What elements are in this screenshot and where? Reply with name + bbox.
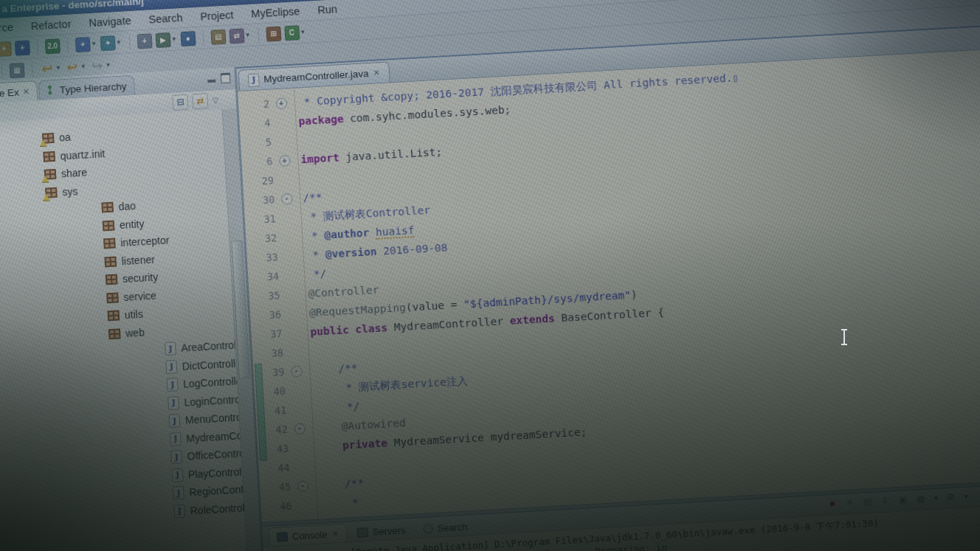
java-file-icon: J bbox=[170, 450, 182, 464]
web20-globe-icon: 2.0 bbox=[45, 38, 61, 54]
line-number: 37 bbox=[251, 328, 283, 341]
toolbar-button-web-browser-icon[interactable]: ● bbox=[180, 31, 196, 46]
toolbar-separator bbox=[128, 35, 130, 49]
fold-column: + bbox=[272, 154, 297, 167]
menu-item-refactor[interactable]: Refactor bbox=[21, 16, 80, 34]
line-number: 29 bbox=[243, 174, 275, 187]
new-java-project-icon: + bbox=[0, 41, 12, 57]
new-report-icon: ✦ bbox=[100, 35, 116, 51]
menu-item-run[interactable]: Run bbox=[308, 1, 347, 18]
line-number: 35 bbox=[249, 289, 280, 302]
fold-collapsed-icon[interactable]: + bbox=[275, 97, 287, 109]
link-icon: ⇄ bbox=[229, 28, 244, 44]
console-tab-servers[interactable]: Servers bbox=[349, 521, 413, 542]
toolbar-button-new-package-icon[interactable]: ⊞ bbox=[266, 26, 281, 41]
minimize-icon[interactable] bbox=[207, 80, 215, 83]
fold-expanded-icon[interactable]: - bbox=[291, 365, 303, 377]
export-icon: ▦ bbox=[10, 63, 25, 78]
toolbar-button-new-ejb-project-icon[interactable]: + bbox=[15, 40, 30, 55]
package-icon bbox=[101, 202, 114, 213]
fold-column bbox=[278, 255, 302, 257]
menu-item-project[interactable]: Project bbox=[191, 7, 243, 24]
toolbar-button-paste-icon[interactable]: ▤ bbox=[210, 29, 226, 44]
package-icon bbox=[43, 151, 55, 162]
fold-collapsed-icon[interactable]: + bbox=[279, 155, 291, 167]
close-icon[interactable]: ✕ bbox=[22, 86, 30, 96]
fold-column bbox=[286, 409, 310, 410]
toolbar-button-web20-globe-icon[interactable]: 2.0 bbox=[45, 38, 61, 54]
toolbar-button-new-report-icon[interactable]: ✦▼ bbox=[100, 35, 122, 51]
tree-item-label: share bbox=[61, 167, 88, 180]
java-file-icon: J bbox=[165, 360, 177, 374]
pin-console-icon[interactable]: ▣ bbox=[897, 493, 909, 506]
open-console-icon[interactable]: ⊞ bbox=[945, 491, 957, 503]
console-tab-search[interactable]: Search bbox=[415, 517, 475, 538]
clear-console-icon[interactable]: ▤ bbox=[861, 496, 874, 508]
photo-stage: a Enterprise - demo/src/main/j SourceRef… bbox=[0, 0, 980, 551]
workbench-area: Package Ex ✕ Type Hierarchy ⊟ ⇄ ▽ bbox=[0, 21, 980, 551]
toolbar-separator bbox=[258, 27, 259, 42]
toolbar-button-link-icon[interactable]: ⇄▼ bbox=[229, 27, 251, 44]
code-text: * bbox=[315, 496, 365, 510]
code-text: /** bbox=[298, 191, 322, 204]
close-icon[interactable]: ✕ bbox=[331, 529, 339, 538]
toolbar-button-forward-icon[interactable]: ↪▼ bbox=[89, 58, 111, 74]
fold-column bbox=[274, 179, 297, 181]
last-edit-location-icon: ↩ bbox=[39, 60, 55, 76]
close-icon[interactable]: ✕ bbox=[373, 68, 380, 77]
package-icon bbox=[103, 238, 116, 249]
line-number: 38 bbox=[252, 347, 284, 360]
fold-column bbox=[283, 351, 307, 353]
package-explorer-tab-label: Package Ex bbox=[0, 86, 19, 100]
fold-expanded-icon[interactable]: - bbox=[294, 423, 306, 434]
remove-launch-icon[interactable]: ✕ bbox=[843, 496, 856, 509]
toolbar-button-new-server-icon[interactable]: + bbox=[137, 33, 152, 49]
tree-item-label: sys bbox=[62, 185, 78, 198]
line-number: 5 bbox=[241, 136, 272, 150]
fold-column bbox=[283, 332, 306, 333]
chevron-down-icon: ▼ bbox=[80, 63, 86, 69]
toolbar-button-new-web-project-icon[interactable]: ✦▼ bbox=[75, 36, 97, 52]
link-with-editor-button[interactable]: ⇄ bbox=[193, 93, 209, 109]
terminate-icon[interactable]: ■ bbox=[826, 497, 838, 510]
menu-item-myeclipse[interactable]: MyEclipse bbox=[242, 3, 309, 21]
fold-expanded-icon[interactable]: - bbox=[297, 480, 308, 492]
fold-column bbox=[276, 218, 300, 219]
maximize-icon[interactable] bbox=[221, 73, 231, 84]
toolbar-button-last-edit-location-icon[interactable]: ↩▼ bbox=[39, 60, 61, 77]
view-menu-icon[interactable]: ▽ bbox=[213, 96, 218, 104]
console-tab-label: Search bbox=[437, 521, 468, 533]
package-icon bbox=[106, 292, 119, 303]
new-server-icon: + bbox=[137, 33, 152, 49]
code-text: @Autowired bbox=[311, 417, 406, 434]
menu-item-search[interactable]: Search bbox=[139, 10, 192, 27]
toolbar-button-run-on-server-icon[interactable]: ▶▼ bbox=[155, 32, 177, 48]
package-explorer-panel: Package Ex ✕ Type Hierarchy ⊟ ⇄ ▽ bbox=[0, 67, 269, 551]
toolbar-button-new-class-icon[interactable]: C▼ bbox=[284, 24, 306, 41]
menu-item-source[interactable]: Source bbox=[0, 19, 22, 37]
tree-item-label: security bbox=[122, 271, 159, 285]
editor-column: J MydreamController.java ✕ 2+ * Copyrigh… bbox=[236, 21, 980, 551]
tree-item-label: listener bbox=[121, 253, 155, 266]
chevron-down-icon: ▼ bbox=[963, 493, 969, 499]
collapse-all-button[interactable]: ⊟ bbox=[173, 94, 189, 110]
line-number: 46 bbox=[260, 500, 292, 513]
fold-column: + bbox=[269, 97, 294, 109]
java-file-icon: J bbox=[248, 73, 260, 87]
chevron-down-icon: ▼ bbox=[933, 494, 939, 501]
new-web-project-icon: ✦ bbox=[75, 37, 91, 52]
fold-column: - bbox=[287, 423, 311, 435]
chevron-down-icon: ▼ bbox=[171, 35, 177, 42]
menu-item-navigate[interactable]: Navigate bbox=[80, 13, 140, 31]
search-icon bbox=[423, 524, 433, 534]
toolbar-button-new-java-project-icon[interactable]: + bbox=[0, 41, 12, 57]
scroll-lock-icon[interactable]: ⇩ bbox=[879, 494, 891, 507]
chevron-down-icon: ▼ bbox=[300, 29, 306, 35]
display-console-icon[interactable]: ▦ bbox=[914, 493, 927, 505]
java-source-editor[interactable]: 2+ * Copyright &copy; 2016-2017 沈阳昊宸科技有限… bbox=[238, 46, 980, 522]
toolbar-button-back-icon[interactable]: ↩▼ bbox=[64, 59, 86, 75]
tree-item-label: interceptor bbox=[120, 235, 170, 249]
toolbar-button-export-icon[interactable]: ▦ bbox=[10, 63, 25, 78]
fold-column bbox=[292, 505, 316, 506]
fold-expanded-icon[interactable]: - bbox=[280, 193, 292, 205]
